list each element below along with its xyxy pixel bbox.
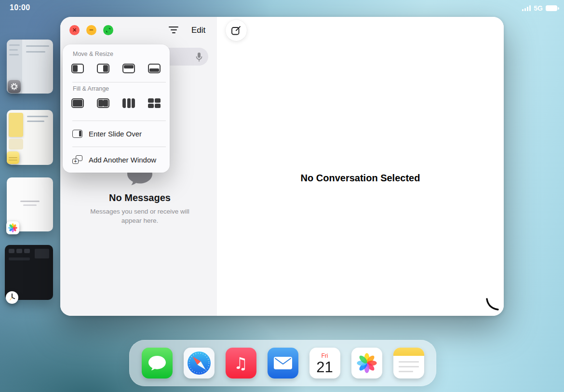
add-window-icon: + [72, 155, 82, 164]
window-controls: × − [69, 25, 113, 35]
calendar-day-label: Fri [322, 352, 328, 359]
enter-slide-over-item[interactable]: Enter Slide Over [63, 124, 170, 143]
divider [72, 147, 166, 147]
photos-flower-icon [356, 352, 378, 374]
photos-flower-icon [6, 221, 19, 234]
move-resize-label: Move & Resize [73, 51, 113, 57]
music-note-icon: ♫ [234, 355, 248, 371]
notes-yellow-strip [393, 348, 424, 356]
dock-photos-icon[interactable] [351, 348, 382, 378]
grid-four-button[interactable] [148, 98, 161, 108]
expand-arrows-icon [106, 27, 111, 33]
dock: ♫ Fri 21 [129, 340, 436, 386]
add-another-window-item[interactable]: + Add Another Window [63, 150, 170, 169]
empty-state-title: No Messages [82, 192, 198, 203]
conversation-pane: No Conversation Selected [217, 17, 504, 316]
filter-icon[interactable] [168, 27, 179, 34]
sticky-note-icon [7, 151, 19, 164]
dock-calendar-icon[interactable]: Fri 21 [309, 348, 340, 378]
snap-bottom-half-button[interactable] [148, 64, 161, 73]
clock-icon [6, 291, 18, 304]
calendar-date-label: 21 [316, 360, 333, 375]
divider [72, 121, 166, 121]
battery-icon [546, 5, 557, 11]
minimize-button[interactable]: − [86, 25, 96, 35]
move-resize-options [71, 64, 161, 73]
microphone-icon[interactable] [195, 52, 203, 64]
fill-arrange-label: Fill & Arrange [73, 85, 109, 92]
fill-screen-button[interactable] [71, 98, 84, 108]
split-two-button[interactable] [97, 98, 109, 108]
window-options-menu: Move & Resize Fill & Arrange Enter Slide… [63, 44, 170, 173]
dock-safari-icon[interactable] [184, 348, 215, 378]
messages-window: No Messages Messages you send or receive… [60, 17, 504, 316]
note-card [9, 139, 23, 149]
snap-right-half-button[interactable] [97, 64, 109, 73]
cellular-signal-icon [522, 5, 531, 11]
no-conversation-label: No Conversation Selected [217, 173, 504, 184]
dock-mail-icon[interactable] [268, 348, 298, 378]
snap-top-half-button[interactable] [122, 64, 135, 73]
fill-arrange-options [71, 98, 161, 108]
edit-button[interactable]: Edit [191, 26, 205, 35]
close-button[interactable]: × [69, 25, 80, 35]
status-time: 10:00 [10, 3, 30, 12]
compose-icon [231, 25, 242, 36]
safari-compass-icon [187, 351, 211, 375]
messages-bubble-icon [148, 355, 167, 371]
dock-music-icon[interactable]: ♫ [226, 348, 256, 378]
zoom-button[interactable] [103, 25, 113, 35]
split-three-button[interactable] [122, 98, 135, 108]
divider [72, 82, 166, 82]
dock-notes-icon[interactable] [393, 348, 424, 378]
enter-slide-over-label: Enter Slide Over [89, 130, 142, 138]
settings-gear-icon [8, 80, 21, 93]
compose-button[interactable] [226, 20, 247, 41]
note-card [9, 113, 23, 137]
mail-envelope-icon [273, 356, 293, 370]
network-type-label: 5G [534, 4, 543, 12]
snap-left-half-button[interactable] [71, 64, 84, 73]
add-another-window-label: Add Another Window [89, 156, 156, 164]
empty-state-subtitle: Messages you send or receive will appear… [81, 207, 199, 225]
window-resize-handle[interactable] [485, 298, 499, 312]
status-indicators: 5G [522, 4, 557, 12]
dock-messages-icon[interactable] [142, 348, 173, 378]
slide-over-icon [72, 130, 82, 138]
